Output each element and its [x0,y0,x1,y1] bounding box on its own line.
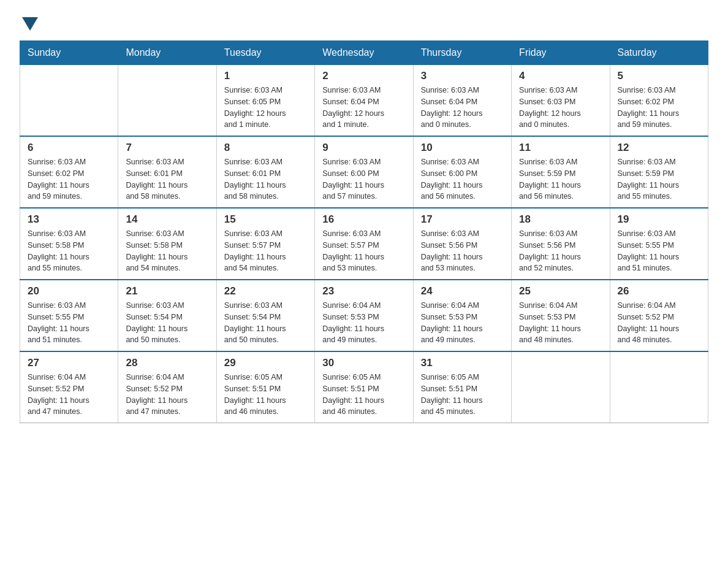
day-info: Sunrise: 6:03 AM Sunset: 6:00 PM Dayligh… [421,156,504,202]
column-header-saturday: Saturday [610,41,708,65]
day-info: Sunrise: 6:03 AM Sunset: 5:59 PM Dayligh… [618,156,700,202]
day-number: 16 [322,213,405,226]
calendar-header-row: SundayMondayTuesdayWednesdayThursdayFrid… [20,41,708,65]
day-number: 4 [519,70,602,82]
day-number: 2 [322,70,405,82]
day-cell: 5Sunrise: 6:03 AM Sunset: 6:02 PM Daylig… [610,65,708,137]
day-cell: 11Sunrise: 6:03 AM Sunset: 5:59 PM Dayli… [512,136,610,208]
day-info: Sunrise: 6:03 AM Sunset: 5:56 PM Dayligh… [421,228,504,274]
day-number: 14 [126,213,208,226]
day-cell [610,351,708,423]
day-info: Sunrise: 6:04 AM Sunset: 5:53 PM Dayligh… [421,300,504,346]
day-info: Sunrise: 6:03 AM Sunset: 6:01 PM Dayligh… [224,156,307,202]
day-cell: 21Sunrise: 6:03 AM Sunset: 5:54 PM Dayli… [118,280,216,351]
day-cell: 22Sunrise: 6:03 AM Sunset: 5:54 PM Dayli… [216,280,314,351]
day-number: 15 [224,213,307,226]
day-number: 8 [224,142,307,154]
day-cell: 7Sunrise: 6:03 AM Sunset: 6:01 PM Daylig… [118,136,216,208]
day-info: Sunrise: 6:04 AM Sunset: 5:53 PM Dayligh… [519,300,602,346]
day-info: Sunrise: 6:05 AM Sunset: 5:51 PM Dayligh… [224,372,307,418]
column-header-monday: Monday [118,41,216,65]
page-header [20,15,708,31]
day-number: 19 [618,213,700,226]
day-info: Sunrise: 6:03 AM Sunset: 5:58 PM Dayligh… [126,228,208,274]
day-cell: 28Sunrise: 6:04 AM Sunset: 5:52 PM Dayli… [118,351,216,423]
day-number: 11 [519,142,602,154]
day-info: Sunrise: 6:03 AM Sunset: 6:00 PM Dayligh… [322,156,405,202]
day-info: Sunrise: 6:03 AM Sunset: 5:55 PM Dayligh… [28,300,110,346]
day-cell: 6Sunrise: 6:03 AM Sunset: 6:02 PM Daylig… [20,136,118,208]
day-number: 25 [519,285,602,297]
day-info: Sunrise: 6:03 AM Sunset: 5:54 PM Dayligh… [126,300,208,346]
day-info: Sunrise: 6:03 AM Sunset: 5:57 PM Dayligh… [224,228,307,274]
day-info: Sunrise: 6:04 AM Sunset: 5:52 PM Dayligh… [126,372,208,418]
day-number: 20 [28,285,110,297]
day-number: 13 [28,213,110,226]
day-cell: 13Sunrise: 6:03 AM Sunset: 5:58 PM Dayli… [20,208,118,280]
week-row-1: 1Sunrise: 6:03 AM Sunset: 6:05 PM Daylig… [20,65,708,137]
day-cell: 31Sunrise: 6:05 AM Sunset: 5:51 PM Dayli… [413,351,511,423]
day-cell: 8Sunrise: 6:03 AM Sunset: 6:01 PM Daylig… [216,136,314,208]
day-cell: 25Sunrise: 6:04 AM Sunset: 5:53 PM Dayli… [512,280,610,351]
day-cell: 18Sunrise: 6:03 AM Sunset: 5:56 PM Dayli… [512,208,610,280]
day-cell [20,65,118,137]
day-number: 29 [224,357,307,369]
day-number: 27 [28,357,110,369]
day-number: 10 [421,142,504,154]
day-number: 31 [421,357,504,369]
day-number: 17 [421,213,504,226]
day-info: Sunrise: 6:03 AM Sunset: 6:02 PM Dayligh… [28,156,110,202]
column-header-tuesday: Tuesday [216,41,314,65]
week-row-4: 20Sunrise: 6:03 AM Sunset: 5:55 PM Dayli… [20,280,708,351]
day-cell: 1Sunrise: 6:03 AM Sunset: 6:05 PM Daylig… [216,65,314,137]
day-info: Sunrise: 6:04 AM Sunset: 5:52 PM Dayligh… [618,300,700,346]
day-cell: 30Sunrise: 6:05 AM Sunset: 5:51 PM Dayli… [315,351,413,423]
day-cell: 26Sunrise: 6:04 AM Sunset: 5:52 PM Dayli… [610,280,708,351]
day-info: Sunrise: 6:04 AM Sunset: 5:53 PM Dayligh… [322,300,405,346]
day-cell: 17Sunrise: 6:03 AM Sunset: 5:56 PM Dayli… [413,208,511,280]
day-info: Sunrise: 6:03 AM Sunset: 5:57 PM Dayligh… [322,228,405,274]
day-number: 24 [421,285,504,297]
day-number: 1 [224,70,307,82]
day-number: 26 [618,285,700,297]
column-header-friday: Friday [512,41,610,65]
day-cell: 16Sunrise: 6:03 AM Sunset: 5:57 PM Dayli… [315,208,413,280]
column-header-sunday: Sunday [20,41,118,65]
day-cell: 19Sunrise: 6:03 AM Sunset: 5:55 PM Dayli… [610,208,708,280]
day-info: Sunrise: 6:03 AM Sunset: 5:56 PM Dayligh… [519,228,602,274]
day-cell: 15Sunrise: 6:03 AM Sunset: 5:57 PM Dayli… [216,208,314,280]
day-info: Sunrise: 6:04 AM Sunset: 5:52 PM Dayligh… [28,372,110,418]
day-cell: 20Sunrise: 6:03 AM Sunset: 5:55 PM Dayli… [20,280,118,351]
week-row-3: 13Sunrise: 6:03 AM Sunset: 5:58 PM Dayli… [20,208,708,280]
day-cell: 9Sunrise: 6:03 AM Sunset: 6:00 PM Daylig… [315,136,413,208]
day-number: 5 [618,70,700,82]
day-info: Sunrise: 6:03 AM Sunset: 6:03 PM Dayligh… [519,85,602,131]
logo [20,15,38,31]
day-number: 3 [421,70,504,82]
day-cell: 10Sunrise: 6:03 AM Sunset: 6:00 PM Dayli… [413,136,511,208]
day-number: 9 [322,142,405,154]
column-header-wednesday: Wednesday [315,41,413,65]
day-cell: 27Sunrise: 6:04 AM Sunset: 5:52 PM Dayli… [20,351,118,423]
day-cell: 14Sunrise: 6:03 AM Sunset: 5:58 PM Dayli… [118,208,216,280]
column-header-thursday: Thursday [413,41,511,65]
day-info: Sunrise: 6:03 AM Sunset: 5:55 PM Dayligh… [618,228,700,274]
week-row-2: 6Sunrise: 6:03 AM Sunset: 6:02 PM Daylig… [20,136,708,208]
day-info: Sunrise: 6:03 AM Sunset: 6:04 PM Dayligh… [421,85,504,131]
day-cell: 2Sunrise: 6:03 AM Sunset: 6:04 PM Daylig… [315,65,413,137]
day-cell [118,65,216,137]
day-number: 23 [322,285,405,297]
week-row-5: 27Sunrise: 6:04 AM Sunset: 5:52 PM Dayli… [20,351,708,423]
day-cell: 4Sunrise: 6:03 AM Sunset: 6:03 PM Daylig… [512,65,610,137]
day-info: Sunrise: 6:03 AM Sunset: 5:59 PM Dayligh… [519,156,602,202]
day-info: Sunrise: 6:03 AM Sunset: 5:58 PM Dayligh… [28,228,110,274]
day-info: Sunrise: 6:03 AM Sunset: 6:02 PM Dayligh… [618,85,700,131]
day-number: 7 [126,142,208,154]
day-cell: 24Sunrise: 6:04 AM Sunset: 5:53 PM Dayli… [413,280,511,351]
day-cell: 12Sunrise: 6:03 AM Sunset: 5:59 PM Dayli… [610,136,708,208]
day-number: 18 [519,213,602,226]
day-info: Sunrise: 6:03 AM Sunset: 6:05 PM Dayligh… [224,85,307,131]
day-cell: 29Sunrise: 6:05 AM Sunset: 5:51 PM Dayli… [216,351,314,423]
day-number: 21 [126,285,208,297]
day-info: Sunrise: 6:03 AM Sunset: 6:04 PM Dayligh… [322,85,405,131]
